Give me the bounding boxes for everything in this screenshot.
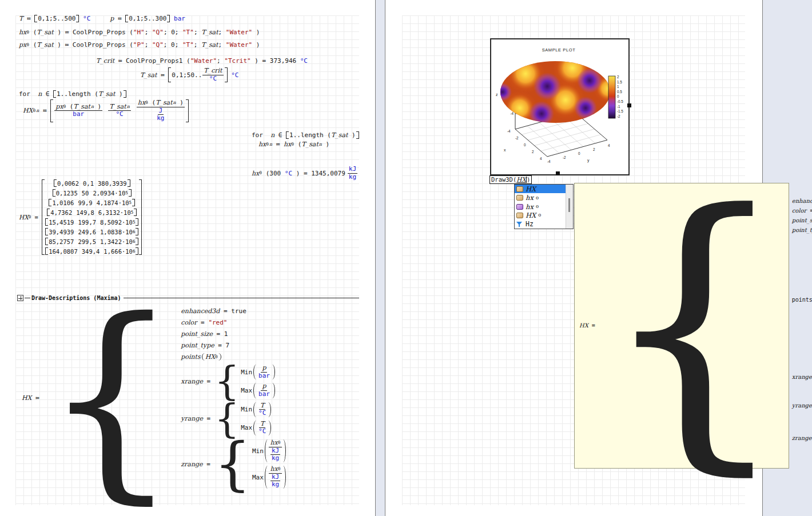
math-region-px0-function[interactable]: px0 (T_sat ) ≔ CoolProp_Props ("P"; "Q";… — [19, 41, 260, 49]
math-region-hx0-evaluation[interactable]: hx0 (300 °C ) = 1345,0079kJkg — [252, 166, 358, 181]
math-token: °C — [79, 15, 90, 22]
math-token: °C — [116, 111, 123, 118]
svg-text:4: 4 — [540, 157, 542, 161]
math-token: hx — [252, 170, 259, 177]
math-token: 1,3422·106 — [100, 238, 135, 245]
math-token: ; — [145, 29, 152, 36]
math-token: point_size — [792, 217, 812, 223]
math-region-for-loop-2[interactable]: for n ∈ 1..length (T_sat ) — [252, 131, 359, 139]
math-token: ≔ — [65, 29, 73, 36]
resize-handle-right[interactable] — [627, 103, 631, 107]
math-token: bar — [71, 111, 85, 118]
dropdown-item-hx0-c[interactable]: HX0 — [515, 211, 566, 219]
worksheet-page-1: T ≔ 0,1;5..500 °Cp ≔ 0,1;5..300 bar hx0 … — [0, 0, 375, 516]
scrollbar-thumb[interactable] — [568, 198, 570, 212]
math-token: kg — [157, 115, 164, 122]
dropdown-item-hz[interactable]: Hz — [515, 220, 566, 229]
math-token: hx0kJkg — [265, 439, 286, 462]
math-token: length — [68, 90, 91, 98]
math-token: pbar — [257, 383, 271, 398]
math-token: 1,666·10 — [104, 248, 133, 255]
math-region-tsat[interactable]: T_sat ≔ 0,1;50..T_crit°C °C — [140, 67, 238, 82]
math-token: "red" — [208, 319, 227, 326]
svg-text:0: 0 — [617, 94, 619, 98]
math-token: ; — [194, 29, 201, 36]
x-axis-label: x — [504, 148, 506, 152]
math-region-hx0-assign[interactable]: hx0n ≔ hx0 (T_satn ) — [258, 141, 329, 148]
math-token: 39,4939249,61,0838·106 — [45, 228, 138, 235]
math-token: point_type — [792, 227, 812, 233]
math-token: MinpbarMaxpbar — [241, 365, 275, 398]
math-token: Jkg — [154, 107, 167, 122]
draw3d-formula-input[interactable]: Draw3D(HX ) — [489, 175, 532, 184]
expand-collapse-icon[interactable] — [17, 295, 23, 301]
math-token: °C — [228, 71, 239, 79]
math-region-hx0-matrix[interactable]: HX0 = 0,00620,1380,39390,1235502,0934·10… — [19, 179, 142, 255]
math-token: ) — [252, 41, 260, 49]
svg-text:-4: -4 — [510, 111, 514, 115]
math-token: 1,0838·106 — [100, 229, 135, 235]
dropdown-item-label: HX — [526, 185, 536, 193]
math-token: bar — [73, 111, 84, 118]
math-token: 1 — [224, 330, 228, 338]
math-region-hx0-function[interactable]: hx0 (T_sat ) ≔ CoolProp_Props ("H"; "Q";… — [19, 29, 260, 36]
math-region-hx-draw-description[interactable]: HX ≔ {enhanced3d = truecolor = "red"poin… — [22, 307, 286, 489]
math-region-tcrit[interactable]: T_crit ≔ CoolProp_Props1 ("Water"; "Tcri… — [96, 57, 308, 65]
math-token: kg — [270, 455, 280, 462]
math-token: 0,1;5..500 — [38, 15, 75, 22]
dropdown-item-hx0-a[interactable]: hx0 — [515, 193, 566, 202]
math-token: ) — [252, 29, 260, 36]
math-token: 0,1235502,0934·105 — [53, 189, 132, 197]
resize-handle-bottom[interactable] — [556, 171, 560, 175]
dropdown-item-hx-selected[interactable]: HX — [515, 185, 566, 193]
math-token: Max — [252, 474, 264, 481]
math-token: 85,2757299,51,3422·106 — [45, 238, 138, 245]
math-token: for — [252, 131, 270, 139]
math-token: n — [127, 104, 130, 109]
svg-text:-4: -4 — [507, 129, 511, 133]
math-token: T°C — [257, 421, 268, 435]
math-token: points — [181, 353, 200, 361]
math-token: T_sat — [98, 90, 115, 98]
math-token: kJkg — [269, 447, 282, 462]
math-token: 4,7362149,86,3132·105 — [47, 209, 137, 216]
math-region-for-loop-1[interactable]: for n ∈ 1..length (T_sat ) — [19, 90, 126, 98]
math-token: hx0 (T_satn )Jkg — [137, 99, 185, 122]
bracket — [253, 365, 256, 379]
section-dash — [25, 298, 30, 298]
math-token: kJ — [272, 447, 279, 455]
dropdown-item-hx0-b[interactable]: hx0 — [515, 202, 566, 211]
math-token: {enhanced3d = truecolor = "red"point_siz… — [43, 307, 286, 489]
math-region-t-p-definition[interactable]: T ≔ 0,1;5..500 °Cp ≔ 0,1;5..300 bar — [19, 15, 185, 22]
math-token: 164,0807349,41,666·106 — [45, 247, 138, 255]
math-token: color = "red" — [792, 207, 812, 214]
math-token: T — [260, 402, 264, 410]
math-token: kg — [349, 174, 356, 181]
math-token: 0,1;5..300 — [125, 15, 170, 22]
autocomplete-dropdown[interactable]: HX hx0 hx0 HX0 Hz — [514, 184, 574, 229]
svg-text:-2: -2 — [617, 114, 620, 118]
math-token: kJkg — [270, 474, 280, 489]
math-token: ) — [94, 103, 101, 111]
math-token: color — [792, 207, 807, 214]
math-token: ( — [126, 41, 133, 49]
math-token: length — [301, 131, 324, 139]
math-token: true — [231, 307, 246, 315]
dropdown-scrollbar[interactable] — [566, 185, 573, 229]
math-token: T°C — [257, 402, 267, 417]
math-token: {MinpbarMaxpbar — [214, 365, 275, 398]
math-token: T_sat — [331, 131, 348, 139]
math-token: 4,1874·105 — [97, 199, 132, 206]
math-token: Min — [241, 406, 252, 413]
math-region-hx0-row-assign[interactable]: HX0n ≔ px0 (T_satn )barT_satn°Chx0 (T_sa… — [23, 99, 189, 122]
colorbar — [608, 76, 615, 118]
math-token: 2,0934·105 — [93, 190, 128, 197]
math-token: 15,4519199,78,5092·105 — [49, 219, 135, 226]
math-token: MinpbarMaxpbar — [240, 365, 275, 398]
math-token: xrange — [181, 378, 203, 385]
math-token: 0,1;50.. — [172, 71, 202, 79]
math-token: ) — [322, 141, 329, 148]
math-token: T°C — [253, 421, 271, 435]
math-token: 0 — [278, 466, 281, 471]
math-token: CoolProp_Props — [73, 41, 126, 49]
